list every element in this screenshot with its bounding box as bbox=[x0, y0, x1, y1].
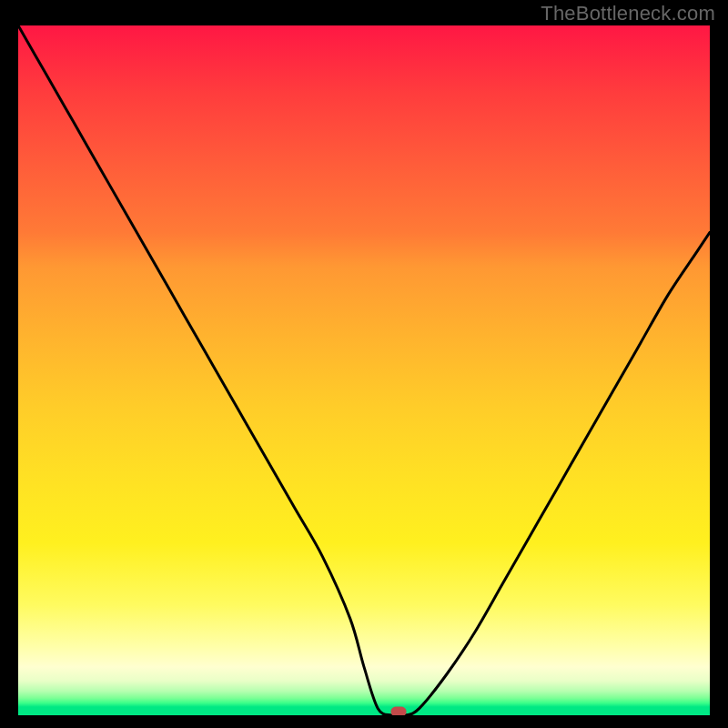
bottleneck-curve bbox=[18, 25, 710, 715]
watermark-text: TheBottleneck.com bbox=[541, 2, 715, 25]
minimum-marker bbox=[391, 707, 407, 715]
curve-svg bbox=[18, 25, 710, 715]
chart-frame: TheBottleneck.com bbox=[0, 0, 728, 728]
plot-area bbox=[18, 25, 710, 715]
